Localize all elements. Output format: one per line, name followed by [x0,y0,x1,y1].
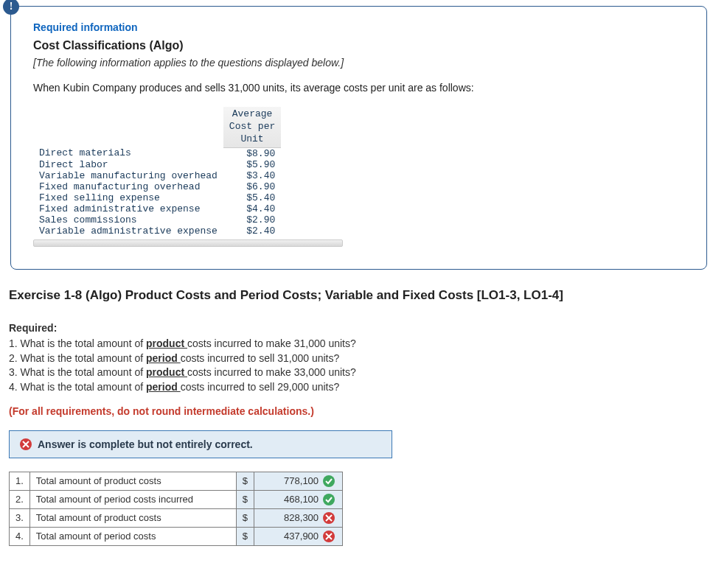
answer-value: 468,100 [284,494,319,505]
table-row: Fixed manufacturing overhead$6.90 [33,181,281,192]
answer-row: 2. Total amount of period costs incurred… [10,490,343,508]
answer-table: 1. Total amount of product costs $ 778,1… [9,472,343,546]
x-icon [323,512,335,524]
rounding-note: (For all requirements, do not round inte… [6,405,707,417]
table-row: Variable manufacturing overhead$3.40 [33,170,281,181]
cost-table-header: Average Cost per Unit [223,107,281,147]
table-row: Fixed administrative expense$4.40 [33,203,281,214]
question-4: 4. What is the total amount of period co… [9,380,707,395]
answer-value: 828,300 [284,512,319,523]
question-3: 3. What is the total amount of product c… [9,365,707,380]
x-icon [323,531,335,542]
answer-value: 778,100 [284,475,319,486]
feedback-banner: Answer is complete but not entirely corr… [9,430,392,458]
table-row: Fixed selling expense$5.40 [33,192,281,203]
horizontal-scrollbar[interactable] [33,239,343,247]
check-icon [323,494,335,505]
answer-row: 4. Total amount of period costs $ 437,90… [10,527,343,545]
check-icon [323,475,335,487]
required-info-card: ! Required information Cost Classificati… [10,6,707,270]
intro-text: When Kubin Company produces and sells 31… [33,82,684,94]
answer-row: 3. Total amount of product costs $ 828,3… [10,508,343,527]
applies-note: [The following information applies to th… [33,57,684,69]
question-1: 1. What is the total amount of product c… [9,337,707,351]
warning-icon [20,438,32,450]
required-questions: Required: 1. What is the total amount of… [6,321,707,395]
answer-value: 437,900 [284,531,319,542]
required-info-label: Required information [33,21,684,33]
required-heading: Required: [9,321,707,336]
table-row: Direct labor$5.90 [33,159,281,170]
question-2: 2. What is the total amount of period co… [9,351,707,366]
table-row: Sales commissions$2.90 [33,214,281,225]
answer-row: 1. Total amount of product costs $ 778,1… [10,472,343,490]
table-row: Direct materials$8.90 [33,147,281,159]
table-row: Variable administrative expense$2.40 [33,225,281,237]
section-title: Cost Classifications (Algo) [33,39,684,52]
cost-per-unit-table: Average Cost per Unit Direct materials$8… [33,107,281,237]
feedback-text: Answer is complete but not entirely corr… [38,438,253,450]
info-badge-icon: ! [3,0,19,15]
exercise-title: Exercise 1-8 (Algo) Product Costs and Pe… [6,288,707,303]
